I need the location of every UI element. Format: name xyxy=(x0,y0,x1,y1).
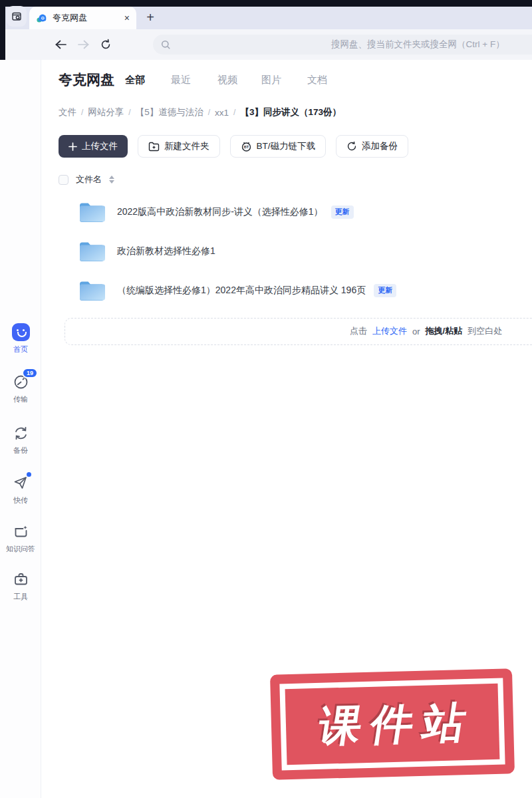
folder-row[interactable]: 2022版高中政治新教材同步-讲义（选择性必修1） 更新 xyxy=(41,192,532,231)
tab-doc[interactable]: 文档 xyxy=(307,74,327,86)
folder-icon xyxy=(78,279,105,301)
stamp-text: 课件站 xyxy=(306,693,479,755)
quick-send-plane-icon xyxy=(11,473,30,492)
new-folder-icon xyxy=(148,142,160,152)
file-list-header: 文件名 xyxy=(59,174,114,186)
svg-text:BT: BT xyxy=(243,145,249,149)
tab-all[interactable]: 全部 xyxy=(125,74,145,86)
new-folder-button[interactable]: 新建文件夹 xyxy=(138,135,220,158)
quark-cloud-favicon xyxy=(36,13,47,24)
sidebar-item-backup[interactable]: 备份 xyxy=(0,424,41,456)
folder-row[interactable]: 政治新教材选择性必修1 xyxy=(41,231,532,271)
folder-row[interactable]: （统编版选择性必修1）2022年高中政治同步精品讲义 196页 更新 xyxy=(41,271,532,310)
search-placeholder: 搜网盘、搜当前文件夹或搜全网（Ctrl + F） xyxy=(331,39,505,51)
backup-circle-icon xyxy=(346,141,357,152)
tab-recent[interactable]: 最近 xyxy=(171,74,191,86)
refresh-icon[interactable] xyxy=(94,35,117,55)
breadcrumb-current: 【3】同步讲义（173份） xyxy=(240,106,341,118)
kejian-zhan-stamp: 课件站 xyxy=(270,668,515,779)
tab-image[interactable]: 图片 xyxy=(261,74,281,86)
page-title: 夸克网盘 xyxy=(59,70,114,89)
knowledge-qa-icon xyxy=(11,522,30,541)
upload-drop-zone[interactable]: 点击 上传文件 or 拖拽/粘贴 到空白处 xyxy=(65,318,532,345)
sidebar: 首页 19 传输 备份 快传 xyxy=(0,60,41,798)
sidebar-item-transfer[interactable]: 19 传输 xyxy=(0,372,41,404)
filename-column-header[interactable]: 文件名 xyxy=(76,174,102,186)
window-search-icon xyxy=(11,11,22,22)
window-frame-top xyxy=(0,0,532,7)
bt-magnet-icon: BT xyxy=(241,141,252,152)
breadcrumb-item[interactable]: 文件 xyxy=(59,106,76,118)
upload-hint-text: 点击 上传文件 or 拖拽/粘贴 到空白处 xyxy=(350,319,502,344)
folder-icon xyxy=(78,201,105,223)
sidebar-item-knowledge-qa[interactable]: 知识问答 xyxy=(0,522,41,554)
file-list: 2022版高中政治新教材同步-讲义（选择性必修1） 更新 政治新教材选择性必修1… xyxy=(41,192,532,310)
window-frame-left xyxy=(0,0,5,60)
upload-file-button[interactable]: 上传文件 xyxy=(59,135,128,158)
bt-magnet-download-button[interactable]: BT BT/磁力链下载 xyxy=(230,135,327,158)
update-badge: 更新 xyxy=(374,284,396,297)
update-badge: 更新 xyxy=(331,205,354,219)
breadcrumb-item[interactable]: 【5】道德与法治 xyxy=(136,106,203,118)
browser-toolbar: 搜网盘、搜当前文件夹或搜全网（Ctrl + F） xyxy=(5,29,532,60)
sidebar-item-tools[interactable]: 工具 xyxy=(0,570,41,602)
tab-search-button[interactable] xyxy=(7,6,27,27)
sidebar-item-quick-send[interactable]: 快传 xyxy=(0,473,41,505)
tab-title: 夸克网盘 xyxy=(53,12,124,24)
toolbox-icon xyxy=(11,570,30,589)
browser-search-bar[interactable]: 搜网盘、搜当前文件夹或搜全网（Ctrl + F） xyxy=(153,35,532,55)
folder-icon xyxy=(78,240,105,262)
back-icon[interactable] xyxy=(49,35,72,55)
forward-icon[interactable] xyxy=(72,35,94,55)
home-smiley-icon xyxy=(11,323,30,341)
tab-close-icon[interactable]: × xyxy=(124,13,130,23)
select-all-checkbox[interactable] xyxy=(59,175,68,185)
folder-name: （统编版选择性必修1）2022年高中政治同步精品讲义 196页 xyxy=(117,285,366,297)
backup-sync-icon xyxy=(11,424,30,442)
plus-icon xyxy=(68,142,77,151)
search-icon xyxy=(161,40,171,50)
folder-name: 政治新教材选择性必修1 xyxy=(117,245,215,257)
breadcrumb-item[interactable]: 网站分享 xyxy=(88,106,124,118)
new-tab-button[interactable]: + xyxy=(142,8,159,27)
tab-video[interactable]: 视频 xyxy=(217,74,237,86)
folder-name: 2022版高中政治新教材同步-讲义（选择性必修1） xyxy=(117,206,323,218)
sort-icon[interactable] xyxy=(109,176,114,184)
breadcrumb-item[interactable]: xx1 xyxy=(215,108,229,118)
breadcrumb: 文件 / 网站分享 / 【5】道德与法治 / xx1 / 【3】同步讲义（173… xyxy=(59,106,341,118)
sidebar-item-home[interactable]: 首页 xyxy=(0,323,41,354)
action-toolbar: 上传文件 新建文件夹 BT BT/磁力链下载 添加备份 xyxy=(59,135,408,158)
quick-send-dot-badge xyxy=(27,472,31,477)
transfer-gauge-icon: 19 xyxy=(11,372,30,391)
upload-file-link[interactable]: 上传文件 xyxy=(372,325,407,337)
stamp-inner: 课件站 xyxy=(285,684,500,765)
browser-tab[interactable]: 夸克网盘 × xyxy=(29,7,136,29)
add-backup-button[interactable]: 添加备份 xyxy=(336,135,408,158)
transfer-count-badge: 19 xyxy=(22,368,38,378)
